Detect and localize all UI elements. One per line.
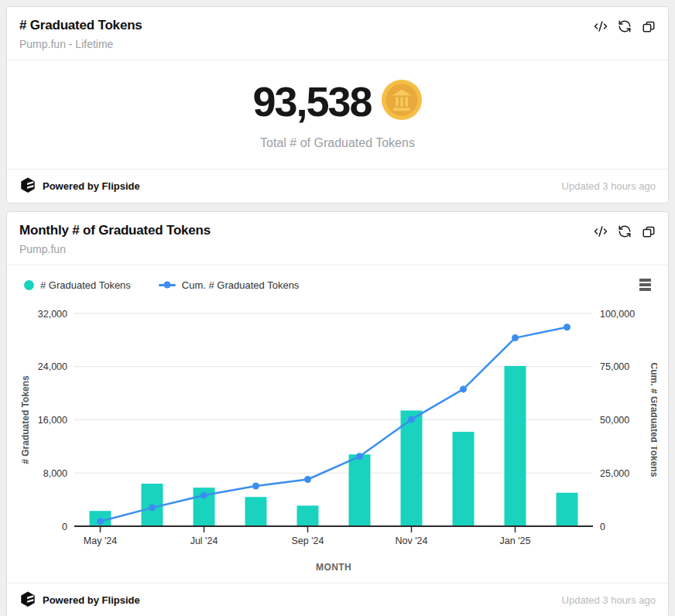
line-point[interactable] <box>200 492 207 499</box>
chart-legend-row: # Graduated TokensCum. # Graduated Token… <box>19 276 656 293</box>
cumulative-line <box>101 327 567 522</box>
bar-series <box>90 366 578 526</box>
y-axis-right-tick-label: 0 <box>600 522 605 532</box>
x-axis-tick-label: Sep '24 <box>291 536 324 546</box>
bar[interactable] <box>297 505 319 526</box>
line-point[interactable] <box>252 483 259 490</box>
legend-item[interactable]: # Graduated Tokens <box>24 279 131 291</box>
chart-card: Monthly # of Graduated Tokens Pump.fun #… <box>6 211 669 616</box>
y-axis-right-tick-label: 50,000 <box>600 415 629 426</box>
y-axis-right-tick-label: 100,000 <box>600 309 635 320</box>
dashboard: # Graduated Tokens Pump.fun - Lifetime 9… <box>0 0 675 616</box>
line-point[interactable] <box>97 518 104 525</box>
flipside-logo-icon <box>19 176 36 196</box>
chart-card-subtitle: Pump.fun <box>19 243 211 255</box>
flipside-logo-icon <box>19 590 36 610</box>
chart-card-titles: Monthly # of Graduated Tokens Pump.fun <box>19 223 211 255</box>
chart-card-title: Monthly # of Graduated Tokens <box>19 223 211 238</box>
stat-card-title: # Graduated Tokens <box>19 18 142 33</box>
y-axis-left-tick-label: 8,000 <box>43 468 67 479</box>
x-axis-tick-label: Jan '25 <box>500 536 531 546</box>
coin-icon <box>381 79 423 124</box>
bar[interactable] <box>505 366 526 526</box>
legend-bar-marker-icon <box>24 280 34 290</box>
legend-label: Cum. # Graduated Tokens <box>182 279 300 291</box>
code-icon[interactable] <box>594 19 608 33</box>
copy-icon[interactable] <box>642 19 656 33</box>
combo-chart: 008,00025,00016,00050,00024,00075,00032,… <box>19 299 657 577</box>
powered-by[interactable]: Powered by Flipside <box>19 176 140 196</box>
stat-card-subtitle: Pump.fun - Lifetime <box>19 38 142 50</box>
stat-card-header: # Graduated Tokens Pump.fun - Lifetime <box>7 7 668 60</box>
stat-card-titles: # Graduated Tokens Pump.fun - Lifetime <box>19 18 142 50</box>
chart-card-toolbar <box>594 223 656 238</box>
y-axis-right-title: Cum. # Graduated Tokens <box>649 363 657 477</box>
code-icon[interactable] <box>594 224 608 238</box>
line-point[interactable] <box>356 453 363 460</box>
bar[interactable] <box>401 410 423 526</box>
y-axis-left-tick-label: 16,000 <box>38 415 67 426</box>
powered-by[interactable]: Powered by Flipside <box>19 590 140 610</box>
chart-card-footer: Powered by Flipside Updated 3 hours ago <box>7 583 668 616</box>
refresh-icon[interactable] <box>618 19 632 33</box>
chart-area: # Graduated TokensCum. # Graduated Token… <box>7 265 668 583</box>
copy-icon[interactable] <box>642 224 656 238</box>
stat-card: # Graduated Tokens Pump.fun - Lifetime 9… <box>6 6 669 204</box>
x-axis-tick-label: Jul '24 <box>190 536 218 546</box>
stat-body: 93,538 Total # of Gr <box>7 60 668 169</box>
y-axis-left-tick-label: 24,000 <box>38 361 67 372</box>
line-point[interactable] <box>512 334 519 341</box>
stat-caption: Total # of Graduated Tokens <box>260 136 415 150</box>
bar[interactable] <box>557 493 578 526</box>
x-axis-tick-label: May '24 <box>84 536 117 546</box>
y-axis-left-title: # Graduated Tokens <box>20 375 31 464</box>
y-axis-left-tick-label: 32,000 <box>38 309 67 320</box>
bar[interactable] <box>349 454 371 526</box>
legend-line-marker-icon <box>159 284 176 286</box>
chart-menu-icon[interactable] <box>638 276 653 293</box>
legend-label: # Graduated Tokens <box>40 279 131 291</box>
updated-timestamp: Updated 3 hours ago <box>562 180 656 192</box>
x-axis-title: MONTH <box>316 562 351 573</box>
updated-timestamp: Updated 3 hours ago <box>562 594 656 606</box>
stat-card-footer: Powered by Flipside Updated 3 hours ago <box>7 169 668 203</box>
line-point[interactable] <box>304 476 311 483</box>
refresh-icon[interactable] <box>618 224 632 238</box>
stat-card-toolbar <box>594 18 656 33</box>
powered-by-label: Powered by Flipside <box>43 180 140 192</box>
x-axis-tick-label: Nov '24 <box>396 536 428 546</box>
y-axis-right-tick-label: 25,000 <box>600 468 629 479</box>
chart-card-header: Monthly # of Graduated Tokens Pump.fun <box>7 212 668 265</box>
stat-value-row: 93,538 <box>252 79 422 124</box>
bar[interactable] <box>453 432 475 526</box>
y-axis-right-tick-label: 75,000 <box>600 361 629 372</box>
line-point[interactable] <box>564 323 570 330</box>
y-axis-left-tick-label: 0 <box>62 522 67 532</box>
bar[interactable] <box>245 497 267 526</box>
powered-by-label: Powered by Flipside <box>43 594 140 606</box>
line-point[interactable] <box>149 505 156 512</box>
line-point[interactable] <box>408 416 415 423</box>
legend-item[interactable]: Cum. # Graduated Tokens <box>159 279 300 291</box>
stat-value: 93,538 <box>252 80 371 122</box>
line-point[interactable] <box>460 385 467 392</box>
chart-legend: # Graduated TokensCum. # Graduated Token… <box>24 279 299 291</box>
